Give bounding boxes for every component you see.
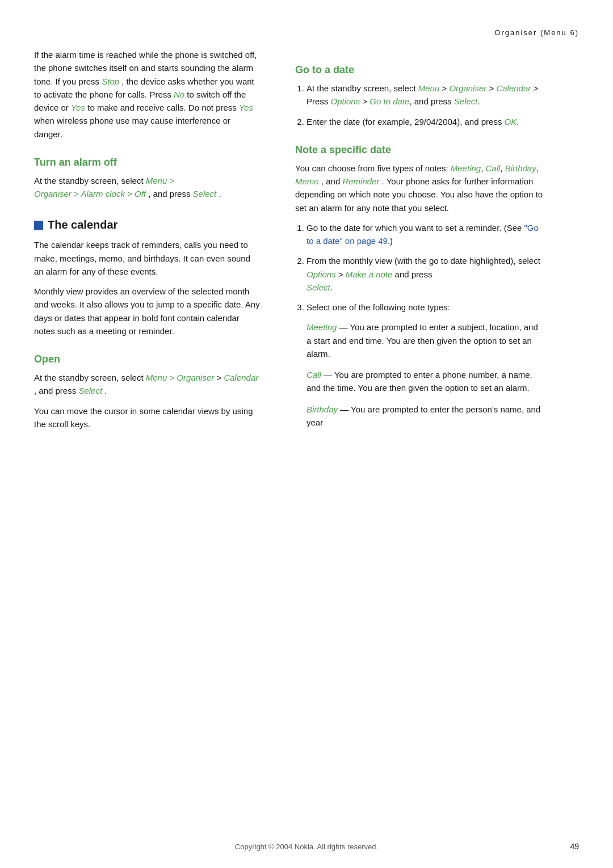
page-header: Organiser (Menu 6): [0, 23, 613, 37]
goto-step1-gt1: >: [439, 83, 449, 93]
turn-alarm-organiser: Organiser: [34, 189, 72, 199]
note-step2-gt: >: [336, 269, 346, 279]
stop-word: Stop: [102, 77, 119, 86]
note-step-1: Go to the date for which you want to set…: [306, 221, 545, 248]
calendar-heading: The calendar: [48, 218, 117, 231]
goto-step1-menu: Menu: [418, 83, 440, 93]
meeting-type-label: Meeting: [306, 322, 337, 332]
note-step2-period: .: [330, 283, 333, 292]
turn-alarm-text1: At the standby screen, select: [34, 176, 144, 186]
goto-step1-gt2: >: [486, 83, 496, 93]
note-memo: Memo: [295, 176, 319, 186]
turn-alarm-clock: > Alarm clock >: [74, 189, 132, 199]
note-birthday: Birthday: [505, 163, 536, 173]
calendar-paragraph-1: The calendar keeps track of reminders, c…: [34, 238, 261, 278]
goto-step1-text1: At the standby screen, select: [306, 83, 418, 93]
note-step2-options: Options: [306, 269, 336, 279]
two-col-layout: If the alarm time is reached while the p…: [0, 48, 613, 437]
note-step-3: Select one of the following note types:: [306, 301, 545, 314]
calendar-paragraph-2: Monthly view provides an overview of the…: [34, 285, 261, 338]
open-text1: At the standby screen, select: [34, 373, 144, 382]
note-step2-select: Select: [306, 283, 330, 292]
turn-alarm-heading: Turn an alarm off: [34, 157, 261, 168]
page-container: Organiser (Menu 6) If the alarm time is …: [0, 0, 613, 868]
note-specific-heading: Note a specific date: [295, 144, 545, 156]
intro-text-5: when wireless phone use may cause interf…: [34, 116, 230, 138]
turn-alarm-select: Select: [193, 189, 217, 199]
goto-step2-period: .: [517, 117, 519, 127]
footer-copyright: Copyright © 2004 Nokia. All rights reser…: [235, 842, 378, 851]
note-step2-text1: From the monthly view (with the go to da…: [306, 256, 540, 266]
goto-step2-ok: OK: [505, 117, 517, 127]
note-type-call-block: Call — You are prompted to enter a phone…: [306, 368, 545, 395]
goto-date-step-2: Enter the date (for example, 29/04/2004)…: [306, 115, 545, 128]
note-step1-text2: .): [388, 236, 393, 246]
note-step2-make-note: Make a note: [346, 269, 393, 279]
open-menu: Menu >: [146, 373, 174, 382]
birthday-dash: —: [338, 404, 351, 414]
turn-alarm-paragraph: At the standby screen, select Menu > Org…: [34, 174, 261, 201]
footer-page-number: 49: [570, 842, 579, 851]
note-step1-text: Go to the date for which you want to set…: [306, 223, 524, 233]
open-and: , and press: [34, 386, 76, 395]
yes-word-2: Yes: [239, 103, 253, 112]
note-intro-paragraph: You can choose from five types of notes:…: [295, 162, 545, 214]
note-comma1: ,: [481, 163, 483, 173]
open-select: Select: [78, 386, 102, 395]
calendar-heading-block: The calendar: [34, 218, 261, 231]
blue-square-icon: [34, 221, 43, 230]
goto-step1-organiser: Organiser: [449, 83, 486, 93]
goto-step1-gt3: >: [531, 83, 538, 93]
open-gt: >: [216, 373, 221, 382]
left-column: If the alarm time is reached while the p…: [0, 48, 278, 437]
note-type-call-text: Call — You are prompted to enter a phone…: [306, 368, 545, 395]
yes-word: Yes: [71, 103, 85, 112]
footer: Copyright © 2004 Nokia. All rights reser…: [0, 842, 613, 851]
goto-step2-text: Enter the date (for example, 29/04/2004)…: [306, 117, 505, 127]
note-reminder: Reminder: [342, 176, 379, 186]
intro-text-4: to make and receive calls. Do not press: [87, 103, 237, 112]
open-organiser: Organiser: [177, 373, 214, 382]
open-period: .: [104, 386, 107, 395]
goto-step1-gotodate: Go to date: [370, 96, 409, 106]
open-paragraph-2: You can move the cursor in some calendar…: [34, 404, 261, 431]
goto-step1-calendar: Calendar: [496, 83, 531, 93]
goto-step1-period: .: [477, 96, 480, 106]
header-title: Organiser (Menu 6): [494, 28, 579, 37]
note-type-birthday-block: Birthday — You are prompted to enter the…: [306, 403, 545, 429]
note-comma3: ,: [536, 163, 539, 173]
note-comma2: ,: [500, 163, 502, 173]
turn-alarm-and: , and press: [148, 189, 190, 199]
turn-alarm-off: Off: [135, 189, 146, 199]
note-type-birthday-text: Birthday — You are prompted to enter the…: [306, 403, 545, 429]
goto-date-list: At the standby screen, select Menu > Org…: [295, 82, 545, 128]
goto-step1-options: Options: [331, 96, 360, 106]
birthday-type-label: Birthday: [306, 404, 338, 414]
call-type-label: Call: [306, 370, 321, 380]
note-intro-text: You can choose from five types of notes:: [295, 163, 448, 173]
goto-step1-gt4: >: [360, 96, 370, 106]
open-paragraph-1: At the standby screen, select Menu > Org…: [34, 371, 261, 398]
note-step2-text2: and press: [392, 269, 432, 279]
meeting-dash: —: [337, 322, 350, 332]
note-step-2: From the monthly view (with the go to da…: [306, 254, 545, 294]
note-call: Call: [486, 163, 501, 173]
turn-alarm-menu: Menu >: [146, 176, 174, 186]
turn-alarm-period: .: [219, 189, 221, 199]
note-meeting: Meeting: [451, 163, 481, 173]
open-calendar: Calendar: [224, 373, 258, 382]
call-dash: —: [321, 370, 334, 380]
note-steps-list: Go to the date for which you want to set…: [295, 221, 545, 314]
goto-step1-text2: Press: [306, 96, 331, 106]
note-and: , and: [321, 176, 340, 186]
note-step3-text: Select one of the following note types:: [306, 302, 450, 312]
goto-step1-text3: , and press: [409, 96, 451, 106]
intro-paragraph: If the alarm time is reached while the p…: [34, 48, 261, 141]
note-type-meeting-text: Meeting — You are prompted to enter a su…: [306, 321, 545, 360]
goto-step1-select: Select: [454, 96, 478, 106]
call-desc: You are prompted to enter a phone number…: [306, 370, 532, 393]
right-column: Go to a date At the standby screen, sele…: [278, 48, 579, 437]
open-heading: Open: [34, 353, 261, 365]
goto-date-step-1: At the standby screen, select Menu > Org…: [306, 82, 545, 108]
no-word: No: [174, 90, 184, 99]
